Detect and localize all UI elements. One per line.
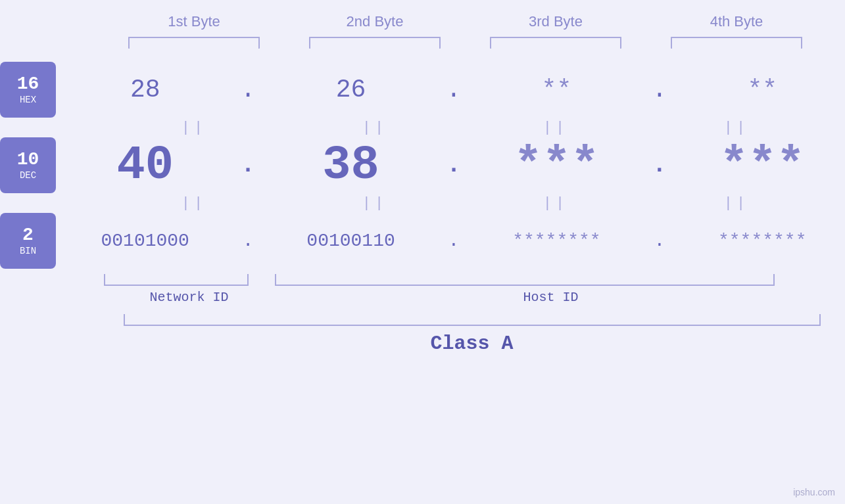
dec-row: 10 DEC 40 . 38 . *** . *** bbox=[0, 137, 845, 193]
class-bracket bbox=[124, 314, 821, 326]
bracket-3 bbox=[490, 37, 621, 49]
bin-badge: 2 BIN bbox=[0, 213, 56, 269]
dec-val-1: 40 bbox=[73, 139, 218, 193]
byte-label-1: 1st Byte bbox=[122, 13, 266, 30]
class-label: Class A bbox=[430, 332, 513, 355]
bin-row: 2 BIN 00101000 . 00100110 . ******** . *… bbox=[0, 213, 845, 269]
hex-dot-1: . bbox=[238, 76, 258, 104]
bin-val-4: ******** bbox=[690, 231, 834, 251]
dec-dot-3: . bbox=[650, 152, 669, 179]
dec-badge: 10 DEC bbox=[0, 137, 56, 193]
par-dec-2: || bbox=[302, 195, 447, 212]
host-bracket bbox=[275, 274, 775, 286]
bin-values: 00101000 . 00100110 . ******** . *******… bbox=[62, 231, 845, 251]
parallel-dec: || || || || bbox=[104, 193, 827, 213]
bin-dot-3: . bbox=[650, 231, 669, 251]
hex-badge-num: 16 bbox=[17, 74, 39, 95]
dec-badge-label: DEC bbox=[20, 170, 36, 181]
watermark: ipshu.com bbox=[793, 487, 835, 497]
bin-val-1: 00101000 bbox=[73, 231, 218, 251]
par-dec-3: || bbox=[483, 195, 628, 212]
bin-badge-num: 2 bbox=[22, 225, 34, 246]
bin-dot-2: . bbox=[444, 231, 464, 251]
hex-val-3: ** bbox=[484, 76, 629, 104]
bin-badge-label: BIN bbox=[20, 246, 36, 256]
hex-badge: 16 HEX bbox=[0, 62, 56, 118]
hex-dot-3: . bbox=[650, 76, 669, 104]
hex-val-1: 28 bbox=[73, 76, 218, 104]
hex-val-4: ** bbox=[690, 76, 834, 104]
byte-labels-row: 1st Byte 2nd Byte 3rd Byte 4th Byte bbox=[104, 13, 827, 30]
bracket-4 bbox=[671, 37, 802, 49]
hex-dot-2: . bbox=[444, 76, 464, 104]
hex-row: 16 HEX 28 . 26 . ** . ** bbox=[0, 62, 845, 118]
host-id-label: Host ID bbox=[275, 290, 827, 305]
dec-dot-1: . bbox=[238, 152, 258, 179]
byte-label-3: 3rd Byte bbox=[483, 13, 628, 30]
bottom-brackets-container bbox=[104, 274, 827, 286]
byte-label-4: 4th Byte bbox=[664, 13, 809, 30]
id-labels-row: Network ID Host ID bbox=[104, 290, 827, 305]
main-container: 1st Byte 2nd Byte 3rd Byte 4th Byte 16 H… bbox=[0, 0, 845, 504]
bin-val-3: ******** bbox=[484, 231, 629, 251]
par-dec-4: || bbox=[664, 195, 809, 212]
bin-dot-1: . bbox=[238, 231, 258, 251]
par-2: || bbox=[302, 120, 447, 136]
network-id-label: Network ID bbox=[104, 290, 275, 305]
bracket-2 bbox=[309, 37, 441, 49]
class-label-row: Class A bbox=[124, 332, 821, 355]
dec-badge-num: 10 bbox=[17, 150, 39, 170]
dec-values: 40 . 38 . *** . *** bbox=[62, 139, 845, 193]
bin-val-2: 00100110 bbox=[279, 231, 423, 251]
bracket-1 bbox=[128, 37, 260, 49]
parallel-hex: || || || || bbox=[104, 118, 827, 137]
hex-values: 28 . 26 . ** . ** bbox=[62, 76, 845, 104]
hex-badge-label: HEX bbox=[20, 95, 36, 105]
par-3: || bbox=[483, 120, 628, 136]
class-bracket-container bbox=[124, 314, 821, 326]
par-4: || bbox=[664, 120, 809, 136]
byte-label-2: 2nd Byte bbox=[302, 13, 447, 30]
network-bracket bbox=[104, 274, 249, 286]
par-dec-1: || bbox=[122, 195, 266, 212]
dec-val-2: 38 bbox=[279, 139, 423, 193]
par-1: || bbox=[122, 120, 266, 136]
dec-val-4: *** bbox=[690, 139, 834, 193]
hex-val-2: 26 bbox=[279, 76, 423, 104]
top-brackets bbox=[104, 37, 827, 49]
dec-dot-2: . bbox=[444, 152, 464, 179]
dec-val-3: *** bbox=[484, 139, 629, 193]
